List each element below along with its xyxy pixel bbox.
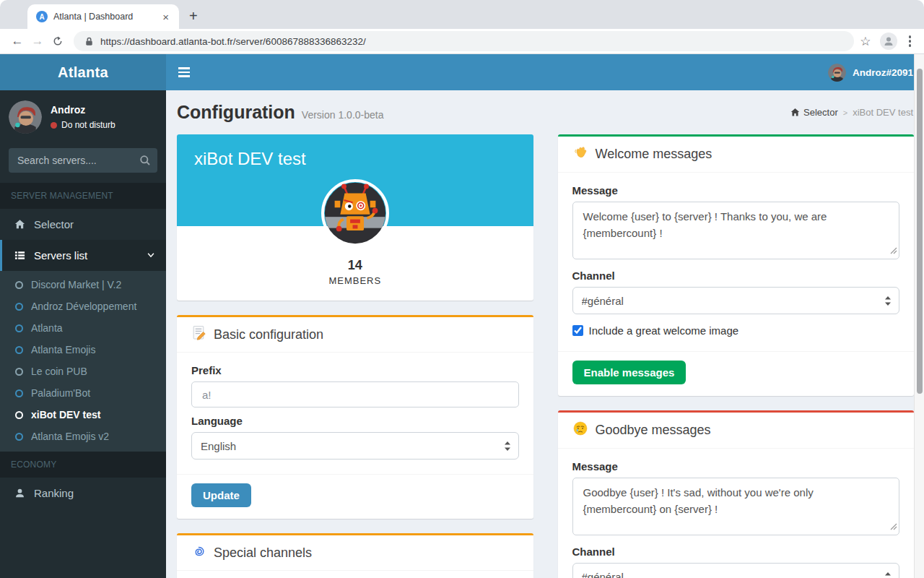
circle-icon xyxy=(15,303,23,311)
server-item-active[interactable]: xiBot DEV test xyxy=(0,404,166,426)
page-title: Configuration xyxy=(177,102,295,122)
forward-icon[interactable]: → xyxy=(27,31,48,51)
card-title: Special channels xyxy=(214,545,312,561)
circle-icon xyxy=(15,433,23,441)
navbar-avatar xyxy=(828,64,846,82)
sidebar-item-selector[interactable]: Selector xyxy=(0,209,166,240)
circle-icon xyxy=(15,368,23,376)
breadcrumb: Selector > xiBot DEV test xyxy=(790,107,913,118)
basic-configuration-card: Basic configuration Prefix Language Engl… xyxy=(177,315,533,519)
navbar-user-menu[interactable]: Androz#2091 xyxy=(828,64,913,82)
prefix-input[interactable] xyxy=(191,381,519,407)
goodbye-channel-select[interactable]: #général xyxy=(572,563,900,578)
server-item[interactable]: Atlanta Emojis v2 xyxy=(0,426,166,447)
channel-label: Channel xyxy=(572,545,900,558)
welcome-image-checkbox-label: Include a great welcome image xyxy=(589,324,739,337)
sidebar-username: Androz xyxy=(51,104,116,116)
servers-submenu: Discord Market | V.2 Androz Développemen… xyxy=(0,271,166,452)
breadcrumb-selector-link[interactable]: Selector xyxy=(790,107,838,118)
address-bar[interactable]: https://dashboard.atlanta-bot.fr/server/… xyxy=(74,31,854,51)
server-item[interactable]: Discord Market | V.2 xyxy=(0,274,166,296)
browser-profile-icon[interactable] xyxy=(880,33,897,50)
breadcrumb-current: xiBot DEV test xyxy=(853,107,913,118)
welcome-messages-card: Welcome messages Message Welcome {user} … xyxy=(558,134,915,396)
server-item-label: Atlanta Emojis xyxy=(31,344,95,355)
card-title: Goodbye messages xyxy=(596,423,711,438)
browser-tab-strip: A Atlanta | Dashboard × + xyxy=(0,0,924,29)
channel-label: Channel xyxy=(572,269,900,282)
status-label: Do not disturb xyxy=(61,120,116,130)
welcome-message-textarea[interactable]: Welcome {user} to {server} ! Thanks to y… xyxy=(572,202,900,259)
circle-icon xyxy=(15,411,23,419)
home-icon xyxy=(13,219,26,230)
update-button[interactable]: Update xyxy=(191,483,251,507)
server-item[interactable]: Paladium'Bot xyxy=(0,382,166,404)
back-icon[interactable]: ← xyxy=(7,31,27,51)
server-item[interactable]: Le coin PUB xyxy=(0,361,166,382)
server-item[interactable]: Atlanta Emojis xyxy=(0,339,166,361)
tab-title: Atlanta | Dashboard xyxy=(53,12,154,22)
server-avatar xyxy=(321,179,389,247)
server-item-label: Paladium'Bot xyxy=(31,387,90,399)
lock-icon xyxy=(84,36,95,47)
enable-messages-button[interactable]: Enable messages xyxy=(572,361,687,384)
special-channels-card: Special channels Suggestions xyxy=(177,533,533,578)
tab-close-icon[interactable]: × xyxy=(160,10,172,24)
server-item-label: xiBot DEV test xyxy=(31,409,100,420)
sidebar-item-ranking[interactable]: Ranking xyxy=(0,478,166,509)
browser-tab[interactable]: A Atlanta | Dashboard × xyxy=(27,4,179,29)
circle-icon xyxy=(15,346,23,354)
waving-hand-icon xyxy=(572,144,588,164)
sidebar-item-label: Selector xyxy=(34,218,74,230)
message-label: Message xyxy=(572,184,900,197)
browser-menu-icon[interactable] xyxy=(906,35,915,47)
sidebar-toggle-icon[interactable] xyxy=(177,63,191,82)
server-item-label: Discord Market | V.2 xyxy=(31,279,121,290)
search-icon[interactable] xyxy=(139,155,151,169)
section-server-management: SERVER MANAGEMENT xyxy=(0,183,166,209)
top-navbar: Androz#2091 xyxy=(166,54,924,90)
navbar-username: Androz#2091 xyxy=(853,67,913,78)
scrollbar-thumb[interactable] xyxy=(917,69,923,394)
card-title: Welcome messages xyxy=(596,147,712,162)
sidebar-item-label: Servers list xyxy=(34,249,139,262)
browser-toolbar: ← → https://dashboard.atlanta-bot.fr/ser… xyxy=(0,29,924,54)
breadcrumb-separator: > xyxy=(843,108,847,117)
bookmark-star-icon[interactable]: ☆ xyxy=(860,34,871,49)
search-input[interactable] xyxy=(9,148,157,173)
page-version: Version 1.0.0-beta xyxy=(302,109,384,121)
language-label: Language xyxy=(191,415,519,427)
section-economy: ECONOMY xyxy=(0,452,166,478)
sidebar-item-label: Ranking xyxy=(34,487,74,499)
server-item-label: Androz Développement xyxy=(31,301,136,312)
home-icon xyxy=(790,108,800,117)
welcome-image-checkbox[interactable] xyxy=(572,325,583,336)
server-item-label: Atlanta xyxy=(31,322,63,334)
server-item[interactable]: Atlanta xyxy=(0,317,166,339)
circle-icon xyxy=(15,389,23,397)
reload-icon[interactable] xyxy=(48,31,68,51)
card-title: Basic configuration xyxy=(214,327,323,342)
circle-icon xyxy=(15,281,23,289)
user-avatar xyxy=(9,100,42,134)
server-overview-card: xiBot DEV test xyxy=(177,134,533,301)
goodbye-message-textarea[interactable]: Goodbye {user} ! It's sad, without you w… xyxy=(572,478,900,535)
circle-icon xyxy=(15,324,23,332)
brand-logo[interactable]: Atlanta xyxy=(0,54,166,90)
server-item-label: Atlanta Emojis v2 xyxy=(31,431,109,442)
site-favicon: A xyxy=(36,11,48,22)
goodbye-messages-card: Goodbye messages Message Goodbye {user} … xyxy=(558,410,915,578)
sidebar-user-panel: Androz Do not disturb xyxy=(0,90,166,142)
sidebar-item-servers-list[interactable]: Servers list xyxy=(0,240,166,271)
url-text: https://dashboard.atlanta-bot.fr/server/… xyxy=(100,36,366,47)
new-tab-button[interactable]: + xyxy=(189,9,198,23)
memo-pencil-icon xyxy=(191,325,206,344)
language-select[interactable]: English xyxy=(191,432,519,460)
crying-face-icon xyxy=(572,420,588,440)
cyclone-icon xyxy=(191,543,206,562)
members-label: MEMBERS xyxy=(177,275,533,286)
welcome-channel-select[interactable]: #général xyxy=(572,287,900,314)
user-icon xyxy=(13,488,26,499)
server-item[interactable]: Androz Développement xyxy=(0,296,166,317)
scrollbar-track[interactable] xyxy=(914,54,924,578)
